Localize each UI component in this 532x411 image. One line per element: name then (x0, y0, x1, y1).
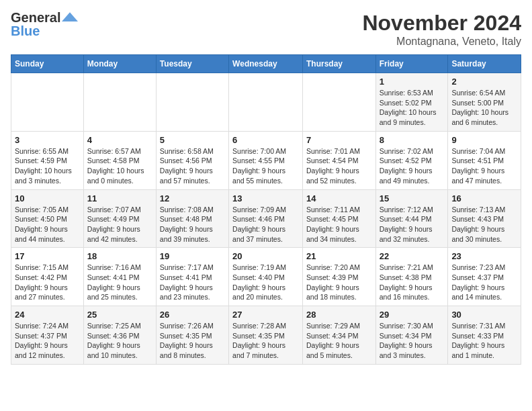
week-row-1: 1Sunrise: 6:53 AM Sunset: 5:02 PM Daylig… (11, 73, 521, 132)
day-number: 24 (15, 310, 80, 320)
day-number: 22 (380, 251, 445, 261)
col-tuesday: Tuesday (156, 55, 228, 73)
day-info: Sunrise: 7:08 AM Sunset: 4:48 PM Dayligh… (160, 205, 225, 244)
week-row-2: 3Sunrise: 6:55 AM Sunset: 4:59 PM Daylig… (11, 131, 521, 189)
day-info: Sunrise: 7:15 AM Sunset: 4:42 PM Dayligh… (15, 263, 80, 302)
cell-w4-d7: 23Sunrise: 7:23 AM Sunset: 4:37 PM Dayli… (448, 248, 521, 306)
day-number: 11 (87, 193, 152, 203)
cell-w2-d3: 5Sunrise: 6:58 AM Sunset: 4:56 PM Daylig… (156, 131, 228, 189)
logo-blue-text: Blue (11, 24, 40, 38)
cell-w3-d4: 13Sunrise: 7:09 AM Sunset: 4:46 PM Dayli… (229, 189, 303, 248)
day-number: 7 (306, 135, 372, 145)
day-info: Sunrise: 7:17 AM Sunset: 4:41 PM Dayligh… (160, 263, 225, 302)
day-number: 15 (380, 193, 445, 203)
day-info: Sunrise: 6:54 AM Sunset: 5:00 PM Dayligh… (451, 88, 517, 128)
day-number: 8 (380, 135, 445, 145)
day-number: 5 (160, 135, 225, 145)
cell-w5-d4: 27Sunrise: 7:28 AM Sunset: 4:35 PM Dayli… (229, 306, 303, 365)
cell-w2-d7: 9Sunrise: 7:04 AM Sunset: 4:51 PM Daylig… (448, 131, 521, 189)
cell-w4-d5: 21Sunrise: 7:20 AM Sunset: 4:39 PM Dayli… (302, 248, 375, 306)
cell-w4-d2: 18Sunrise: 7:16 AM Sunset: 4:41 PM Dayli… (83, 248, 156, 306)
day-info: Sunrise: 7:30 AM Sunset: 4:34 PM Dayligh… (380, 321, 445, 361)
calendar-table: Sunday Monday Tuesday Wednesday Thursday… (11, 54, 521, 365)
day-number: 4 (87, 135, 152, 145)
day-number: 2 (451, 77, 517, 87)
calendar-body: 1Sunrise: 6:53 AM Sunset: 5:02 PM Daylig… (11, 73, 521, 365)
day-info: Sunrise: 7:13 AM Sunset: 4:43 PM Dayligh… (451, 205, 517, 244)
day-number: 1 (380, 77, 445, 87)
day-number: 26 (160, 310, 225, 320)
day-info: Sunrise: 7:16 AM Sunset: 4:41 PM Dayligh… (87, 263, 152, 302)
day-number: 6 (232, 135, 299, 145)
logo-general-text: General (11, 11, 60, 24)
day-number: 27 (232, 310, 299, 320)
col-wednesday: Wednesday (229, 55, 303, 73)
col-sunday: Sunday (11, 55, 84, 73)
day-number: 18 (87, 251, 152, 261)
day-info: Sunrise: 7:31 AM Sunset: 4:33 PM Dayligh… (451, 321, 517, 361)
header: General Blue November 2024 Montagnana, V… (11, 11, 521, 48)
cell-w5-d2: 25Sunrise: 7:25 AM Sunset: 4:36 PM Dayli… (83, 306, 156, 365)
day-info: Sunrise: 6:55 AM Sunset: 4:59 PM Dayligh… (15, 146, 80, 186)
calendar-header: Sunday Monday Tuesday Wednesday Thursday… (11, 55, 521, 73)
day-number: 29 (380, 310, 445, 320)
col-friday: Friday (375, 55, 448, 73)
day-number: 17 (15, 251, 80, 261)
day-info: Sunrise: 7:19 AM Sunset: 4:40 PM Dayligh… (232, 263, 299, 302)
cell-w1-d5 (302, 73, 375, 132)
cell-w3-d1: 10Sunrise: 7:05 AM Sunset: 4:50 PM Dayli… (11, 189, 84, 248)
title-area: November 2024 Montagnana, Veneto, Italy (362, 11, 521, 48)
day-info: Sunrise: 7:07 AM Sunset: 4:49 PM Dayligh… (87, 205, 152, 244)
cell-w2-d1: 3Sunrise: 6:55 AM Sunset: 4:59 PM Daylig… (11, 131, 84, 189)
cell-w5-d5: 28Sunrise: 7:29 AM Sunset: 4:34 PM Dayli… (302, 306, 375, 365)
cell-w3-d2: 11Sunrise: 7:07 AM Sunset: 4:49 PM Dayli… (83, 189, 156, 248)
day-number: 3 (15, 135, 80, 145)
cell-w3-d7: 16Sunrise: 7:13 AM Sunset: 4:43 PM Dayli… (448, 189, 521, 248)
cell-w2-d4: 6Sunrise: 7:00 AM Sunset: 4:55 PM Daylig… (229, 131, 303, 189)
cell-w1-d3 (156, 73, 228, 132)
day-info: Sunrise: 7:29 AM Sunset: 4:34 PM Dayligh… (306, 321, 372, 361)
day-number: 20 (232, 251, 299, 261)
day-info: Sunrise: 7:01 AM Sunset: 4:54 PM Dayligh… (306, 146, 372, 186)
cell-w3-d6: 15Sunrise: 7:12 AM Sunset: 4:44 PM Dayli… (375, 189, 448, 248)
day-info: Sunrise: 7:00 AM Sunset: 4:55 PM Dayligh… (232, 146, 299, 186)
day-number: 13 (232, 193, 299, 203)
cell-w4-d3: 19Sunrise: 7:17 AM Sunset: 4:41 PM Dayli… (156, 248, 228, 306)
day-info: Sunrise: 7:21 AM Sunset: 4:38 PM Dayligh… (380, 263, 445, 302)
cell-w5-d3: 26Sunrise: 7:26 AM Sunset: 4:35 PM Dayli… (156, 306, 228, 365)
day-info: Sunrise: 7:23 AM Sunset: 4:37 PM Dayligh… (451, 263, 517, 302)
cell-w4-d1: 17Sunrise: 7:15 AM Sunset: 4:42 PM Dayli… (11, 248, 84, 306)
day-number: 19 (160, 251, 225, 261)
cell-w2-d6: 8Sunrise: 7:02 AM Sunset: 4:52 PM Daylig… (375, 131, 448, 189)
cell-w4-d6: 22Sunrise: 7:21 AM Sunset: 4:38 PM Dayli… (375, 248, 448, 306)
day-number: 25 (87, 310, 152, 320)
day-info: Sunrise: 7:04 AM Sunset: 4:51 PM Dayligh… (451, 146, 517, 186)
day-info: Sunrise: 6:57 AM Sunset: 4:58 PM Dayligh… (87, 146, 152, 186)
day-number: 12 (160, 193, 225, 203)
day-info: Sunrise: 7:20 AM Sunset: 4:39 PM Dayligh… (306, 263, 372, 302)
day-number: 9 (451, 135, 517, 145)
header-row: Sunday Monday Tuesday Wednesday Thursday… (11, 55, 521, 73)
cell-w1-d7: 2Sunrise: 6:54 AM Sunset: 5:00 PM Daylig… (448, 73, 521, 132)
cell-w2-d5: 7Sunrise: 7:01 AM Sunset: 4:54 PM Daylig… (302, 131, 375, 189)
cell-w5-d7: 30Sunrise: 7:31 AM Sunset: 4:33 PM Dayli… (448, 306, 521, 365)
cell-w1-d4 (229, 73, 303, 132)
cell-w2-d2: 4Sunrise: 6:57 AM Sunset: 4:58 PM Daylig… (83, 131, 156, 189)
day-number: 21 (306, 251, 372, 261)
cell-w3-d3: 12Sunrise: 7:08 AM Sunset: 4:48 PM Dayli… (156, 189, 228, 248)
svg-marker-0 (62, 12, 78, 21)
week-row-4: 17Sunrise: 7:15 AM Sunset: 4:42 PM Dayli… (11, 248, 521, 306)
day-info: Sunrise: 7:11 AM Sunset: 4:45 PM Dayligh… (306, 205, 372, 244)
week-row-5: 24Sunrise: 7:24 AM Sunset: 4:37 PM Dayli… (11, 306, 521, 365)
location-title: Montagnana, Veneto, Italy (362, 36, 521, 48)
cell-w4-d4: 20Sunrise: 7:19 AM Sunset: 4:40 PM Dayli… (229, 248, 303, 306)
day-info: Sunrise: 7:12 AM Sunset: 4:44 PM Dayligh… (380, 205, 445, 244)
day-info: Sunrise: 7:09 AM Sunset: 4:46 PM Dayligh… (232, 205, 299, 244)
day-info: Sunrise: 7:25 AM Sunset: 4:36 PM Dayligh… (87, 321, 152, 361)
logo-icon (62, 11, 78, 24)
logo: General Blue (11, 11, 78, 38)
day-info: Sunrise: 6:58 AM Sunset: 4:56 PM Dayligh… (160, 146, 225, 186)
cell-w1-d2 (83, 73, 156, 132)
day-number: 10 (15, 193, 80, 203)
day-number: 28 (306, 310, 372, 320)
